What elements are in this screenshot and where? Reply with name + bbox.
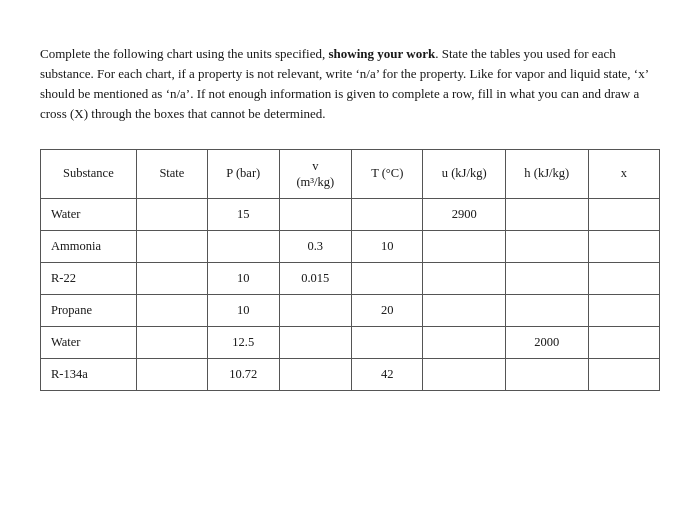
- cell-substance: R-134a: [41, 359, 137, 391]
- table-row: R-22100.015: [41, 263, 660, 295]
- cell-volume: 0.3: [279, 231, 352, 263]
- cell-enthalpy: 2000: [505, 327, 588, 359]
- cell-pressure: 15: [208, 199, 279, 231]
- table-row: Propane1020: [41, 295, 660, 327]
- cell-internal-energy: [423, 231, 506, 263]
- cell-enthalpy: [505, 263, 588, 295]
- cell-temperature: 20: [352, 295, 423, 327]
- cell-substance: Ammonia: [41, 231, 137, 263]
- cell-substance: Propane: [41, 295, 137, 327]
- table-row: Water152900: [41, 199, 660, 231]
- cell-pressure: 10: [208, 263, 279, 295]
- cell-internal-energy: [423, 327, 506, 359]
- cell-enthalpy: [505, 295, 588, 327]
- cell-pressure: 10.72: [208, 359, 279, 391]
- cell-quality: [588, 199, 659, 231]
- cell-volume: [279, 327, 352, 359]
- table-row: Water12.52000: [41, 327, 660, 359]
- table-header-row: Substance State P (bar) v(m³/kg) T (°C) …: [41, 149, 660, 199]
- table-row: Ammonia0.310: [41, 231, 660, 263]
- table-row: R-134a10.7242: [41, 359, 660, 391]
- cell-enthalpy: [505, 199, 588, 231]
- cell-temperature: [352, 199, 423, 231]
- cell-enthalpy: [505, 231, 588, 263]
- cell-temperature: [352, 327, 423, 359]
- cell-substance: Water: [41, 327, 137, 359]
- cell-substance: R-22: [41, 263, 137, 295]
- cell-volume: [279, 359, 352, 391]
- cell-state: [136, 231, 207, 263]
- col-header-internal-energy: u (kJ/kg): [423, 149, 506, 199]
- cell-temperature: 10: [352, 231, 423, 263]
- cell-enthalpy: [505, 359, 588, 391]
- col-header-temperature: T (°C): [352, 149, 423, 199]
- col-header-substance: Substance: [41, 149, 137, 199]
- cell-internal-energy: [423, 359, 506, 391]
- cell-substance: Water: [41, 199, 137, 231]
- cell-state: [136, 199, 207, 231]
- cell-internal-energy: [423, 263, 506, 295]
- cell-quality: [588, 231, 659, 263]
- cell-state: [136, 263, 207, 295]
- cell-volume: [279, 199, 352, 231]
- col-header-quality: x: [588, 149, 659, 199]
- cell-pressure: 12.5: [208, 327, 279, 359]
- homework-table: Substance State P (bar) v(m³/kg) T (°C) …: [40, 149, 660, 392]
- cell-quality: [588, 295, 659, 327]
- cell-state: [136, 295, 207, 327]
- cell-internal-energy: [423, 295, 506, 327]
- cell-quality: [588, 263, 659, 295]
- cell-state: [136, 327, 207, 359]
- cell-quality: [588, 359, 659, 391]
- cell-temperature: 42: [352, 359, 423, 391]
- col-header-state: State: [136, 149, 207, 199]
- cell-volume: 0.015: [279, 263, 352, 295]
- col-header-volume: v(m³/kg): [279, 149, 352, 199]
- cell-volume: [279, 295, 352, 327]
- instructions-text: Complete the following chart using the u…: [40, 44, 660, 125]
- cell-pressure: 10: [208, 295, 279, 327]
- col-header-enthalpy: h (kJ/kg): [505, 149, 588, 199]
- cell-pressure: [208, 231, 279, 263]
- cell-internal-energy: 2900: [423, 199, 506, 231]
- col-header-pressure: P (bar): [208, 149, 279, 199]
- cell-temperature: [352, 263, 423, 295]
- cell-state: [136, 359, 207, 391]
- cell-quality: [588, 327, 659, 359]
